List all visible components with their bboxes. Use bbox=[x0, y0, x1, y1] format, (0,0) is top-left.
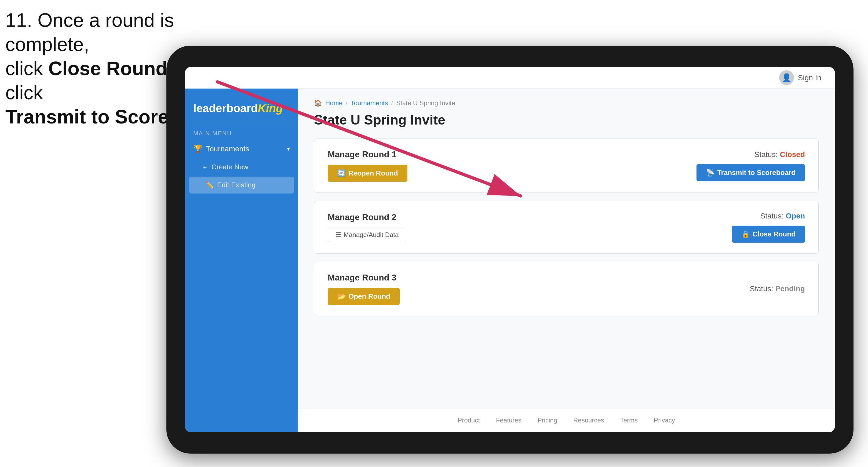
round-3-status: Status: Pending bbox=[750, 284, 805, 293]
logo-king: King bbox=[258, 102, 283, 115]
top-bar: 👤 Sign In bbox=[185, 67, 835, 89]
round-1-section: Manage Round 1 🔄 Reopen Round Status: Cl… bbox=[314, 138, 818, 193]
round-2-left: Manage Round 2 ☰ Manage/Audit Data bbox=[328, 212, 406, 242]
plus-icon: ＋ bbox=[201, 162, 208, 172]
logo-area: leaderboardKing bbox=[185, 97, 298, 123]
sign-in-label[interactable]: Sign In bbox=[798, 73, 821, 82]
transmit-scoreboard-label: Transmit to Scoreboard bbox=[717, 168, 796, 177]
lock-icon: 🔒 bbox=[741, 230, 750, 238]
round-1-right: Status: Closed 📡 Transmit to Scoreboard bbox=[696, 150, 805, 181]
manage-audit-button[interactable]: ☰ Manage/Audit Data bbox=[328, 227, 406, 242]
footer-features[interactable]: Features bbox=[496, 416, 522, 424]
manage-audit-label: Manage/Audit Data bbox=[344, 231, 399, 239]
footer-resources[interactable]: Resources bbox=[573, 416, 604, 424]
close-round-label: Close Round bbox=[752, 230, 796, 238]
footer-terms[interactable]: Terms bbox=[620, 416, 638, 424]
sign-in-area[interactable]: 👤 Sign In bbox=[779, 70, 821, 85]
page-title: State U Spring Invite bbox=[314, 112, 818, 128]
sidebar-create-new[interactable]: ＋ Create New bbox=[185, 158, 298, 176]
round-3-right: Status: Pending bbox=[750, 284, 805, 293]
chevron-down-icon: ▾ bbox=[287, 146, 290, 152]
content-inner: 🏠 Home / Tournaments / State U Spring In… bbox=[298, 89, 835, 408]
breadcrumb-sep2: / bbox=[391, 99, 393, 107]
footer: Product Features Pricing Resources Terms… bbox=[298, 408, 835, 432]
reopen-round-label: Reopen Round bbox=[348, 169, 398, 178]
breadcrumb-sep1: / bbox=[346, 99, 348, 107]
instruction-line2-prefix: click bbox=[5, 58, 48, 79]
main-menu-label: MAIN MENU bbox=[185, 123, 298, 139]
edit-icon: ✏️ bbox=[205, 181, 214, 189]
round-2-right: Status: Open 🔒 Close Round bbox=[732, 212, 805, 243]
round-2-section: Manage Round 2 ☰ Manage/Audit Data Statu… bbox=[314, 201, 818, 254]
edit-existing-label: Edit Existing bbox=[217, 181, 255, 189]
tablet-screen: 👤 Sign In leaderboardKing MAIN MENU 🏆 To… bbox=[185, 67, 835, 432]
open-icon: 📂 bbox=[337, 292, 346, 301]
audit-icon: ☰ bbox=[336, 231, 341, 239]
round-2-status: Status: Open bbox=[760, 212, 805, 220]
reopen-round-button[interactable]: 🔄 Reopen Round bbox=[328, 165, 407, 182]
round-2-status-value: Open bbox=[785, 212, 805, 220]
round-3-title: Manage Round 3 bbox=[328, 273, 400, 283]
footer-privacy[interactable]: Privacy bbox=[654, 416, 675, 424]
logo: leaderboardKing bbox=[193, 102, 290, 115]
trophy-icon: 🏆 bbox=[193, 145, 203, 153]
close-round-button[interactable]: 🔒 Close Round bbox=[732, 226, 805, 243]
round-1-left: Manage Round 1 🔄 Reopen Round bbox=[328, 150, 407, 182]
round-1-status: Status: Closed bbox=[754, 150, 805, 159]
round-2-title: Manage Round 2 bbox=[328, 212, 406, 222]
create-new-label: Create New bbox=[212, 163, 248, 171]
footer-pricing[interactable]: Pricing bbox=[537, 416, 557, 424]
round-1-title: Manage Round 1 bbox=[328, 150, 407, 159]
sidebar-item-tournaments[interactable]: 🏆 Tournaments ▾ bbox=[185, 139, 298, 158]
breadcrumb-home-link[interactable]: Home bbox=[325, 99, 342, 107]
sidebar-tournaments-label: Tournaments bbox=[206, 145, 249, 153]
tablet-device: 👤 Sign In leaderboardKing MAIN MENU 🏆 To… bbox=[166, 45, 854, 454]
footer-product[interactable]: Product bbox=[458, 416, 480, 424]
instruction-line1: 11. Once a round is complete, bbox=[5, 9, 174, 55]
breadcrumb-current: State U Spring Invite bbox=[396, 99, 455, 107]
sidebar: leaderboardKing MAIN MENU 🏆 Tournaments … bbox=[185, 89, 298, 432]
breadcrumb: 🏠 Home / Tournaments / State U Spring In… bbox=[314, 99, 818, 107]
avatar: 👤 bbox=[779, 70, 794, 85]
round-3-section: Manage Round 3 📂 Open Round Status: Pend… bbox=[314, 262, 818, 316]
round-3-status-value: Pending bbox=[775, 284, 805, 293]
content-area: 🏠 Home / Tournaments / State U Spring In… bbox=[298, 89, 835, 432]
transmit-scoreboard-button[interactable]: 📡 Transmit to Scoreboard bbox=[696, 164, 805, 181]
instruction-close-round: Close Round bbox=[48, 58, 167, 79]
reopen-icon: 🔄 bbox=[337, 169, 346, 178]
open-round-label: Open Round bbox=[348, 292, 390, 301]
sidebar-edit-existing[interactable]: ✏️ Edit Existing bbox=[189, 177, 294, 193]
main-layout: leaderboardKing MAIN MENU 🏆 Tournaments … bbox=[185, 89, 835, 432]
round-3-left: Manage Round 3 📂 Open Round bbox=[328, 273, 400, 305]
breadcrumb-home-icon: 🏠 bbox=[314, 99, 322, 107]
breadcrumb-tournaments-link[interactable]: Tournaments bbox=[351, 99, 388, 107]
round-1-status-value: Closed bbox=[780, 150, 805, 159]
transmit-icon: 📡 bbox=[706, 168, 714, 177]
open-round-button[interactable]: 📂 Open Round bbox=[328, 288, 400, 305]
